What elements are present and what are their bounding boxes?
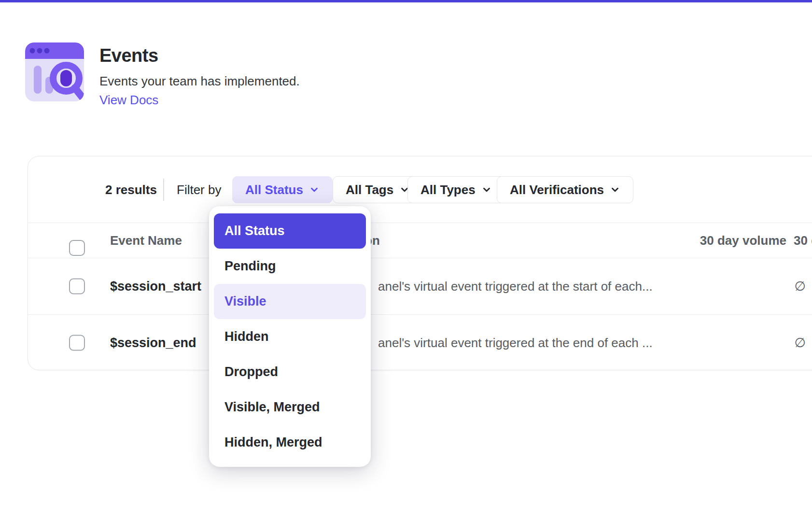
column-header-clipped[interactable]: 30 d: [794, 233, 812, 248]
table-row[interactable]: $session_start anel's virtual event trig…: [28, 258, 812, 314]
column-header-30-day-volume[interactable]: 30 day volume: [700, 233, 786, 248]
chevron-down-icon: [610, 184, 620, 195]
page-subtitle: Events your team has implemented.: [99, 74, 300, 89]
event-volume-cell: ∅: [794, 279, 806, 294]
view-docs-link[interactable]: View Docs: [99, 93, 158, 108]
event-description-cell: anel's virtual event triggered at the en…: [378, 336, 653, 351]
chevron-down-icon: [309, 184, 320, 195]
table-row[interactable]: $session_end anel's virtual event trigge…: [28, 314, 812, 371]
dropdown-option-pending[interactable]: Pending: [214, 249, 366, 284]
column-header-event-name[interactable]: Event Name: [110, 233, 182, 248]
types-filter-button[interactable]: All Types: [407, 176, 505, 203]
dropdown-option-visible-merged[interactable]: Visible, Merged: [214, 390, 366, 425]
tags-filter-label: All Tags: [346, 182, 393, 197]
event-name-cell[interactable]: $session_end: [110, 336, 196, 351]
types-filter-label: All Types: [420, 182, 476, 197]
chevron-down-icon: [481, 184, 492, 195]
event-description-cell: anel's virtual event triggered at the st…: [378, 279, 653, 294]
header-text: Events Events your team has implemented.…: [99, 42, 300, 108]
event-volume-cell: ∅: [794, 335, 806, 351]
status-filter-button[interactable]: All Status: [232, 176, 333, 203]
page-title: Events: [99, 45, 300, 66]
filter-by-label: Filter by: [177, 182, 221, 197]
page-header: Events Events your team has implemented.…: [25, 42, 300, 108]
toolbar-divider: [163, 179, 164, 201]
select-all-checkbox[interactable]: [69, 240, 85, 256]
status-dropdown-menu: All Status Pending Visible Hidden Droppe…: [209, 206, 371, 467]
dropdown-option-dropped[interactable]: Dropped: [214, 354, 366, 390]
dropdown-option-visible[interactable]: Visible: [214, 284, 366, 319]
verifications-filter-button[interactable]: All Verifications: [497, 176, 633, 203]
row-checkbox[interactable]: [69, 335, 85, 351]
dropdown-option-hidden-merged[interactable]: Hidden, Merged: [214, 425, 366, 460]
status-filter-label: All Status: [245, 182, 303, 197]
row-checkbox[interactable]: [69, 279, 85, 295]
results-count: 2 results: [105, 182, 157, 197]
event-name-cell[interactable]: $session_start: [110, 279, 201, 294]
dropdown-option-hidden[interactable]: Hidden: [214, 319, 366, 354]
events-table-card: 2 results Filter by All Status All Tags …: [28, 156, 812, 370]
analytics-browser-icon: [25, 42, 84, 101]
table-header-row: Event Name ription 30 day volume 30 d: [28, 223, 812, 258]
verifications-filter-label: All Verifications: [510, 182, 604, 197]
events-page: Events Events your team has implemented.…: [0, 0, 812, 505]
dropdown-option-all-status[interactable]: All Status: [214, 213, 366, 249]
filter-toolbar: 2 results Filter by All Status All Tags …: [28, 156, 812, 223]
top-accent-bar: [0, 0, 812, 2]
